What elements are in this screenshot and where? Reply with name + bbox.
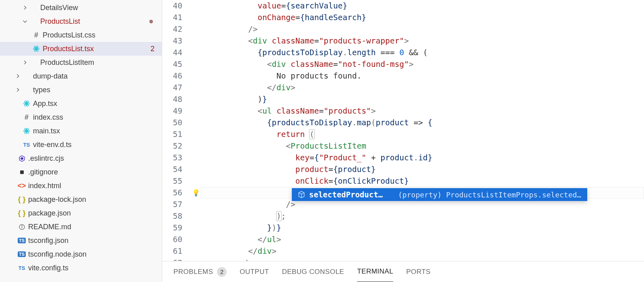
code-line[interactable]: })} [201,222,644,234]
panel-tab-problems[interactable]: PROBLEMS2 [173,261,227,282]
file-label: package.json [28,209,162,218]
code-line[interactable]: <div className="not-found-msg"> [201,58,644,70]
code-line[interactable]: <div className="products-wrapper"> [201,35,644,47]
file-label: package-lock.json [28,195,162,204]
panel-tab-output[interactable]: OUTPUT [239,261,269,282]
line-number: 46 [162,70,182,82]
panel-tab-label: OUTPUT [239,268,269,276]
line-number: 59 [162,222,182,234]
file-tree-item[interactable]: TSvite.config.ts [0,261,162,275]
line-number: 47 [162,82,182,93]
file-tree-item[interactable]: ProductsList [0,15,162,28]
file-tree-item[interactable]: #ProductsList.css [0,28,162,42]
file-label: main.tsx [33,127,162,135]
file-icon: # [22,113,31,122]
line-number: 56 [162,187,182,199]
panel-tabs: PROBLEMS2OUTPUTDEBUG CONSOLETERMINALPORT… [162,261,644,282]
file-tree-item[interactable]: ProductsListItem [0,56,162,69]
file-label: ProductsList [40,17,149,26]
file-icon: <> [17,182,27,190]
code-line[interactable]: return ( [201,129,644,140]
file-label: vite-env.d.ts [33,141,162,149]
file-tree-item[interactable]: ProductsList.tsx2 [0,42,162,56]
file-label: dump-data [33,72,162,81]
code-line[interactable]: value={searchValue} [201,0,644,12]
file-icon [31,45,41,52]
file-tree-item[interactable]: .gitignore [0,165,162,179]
file-icon: { } [17,209,27,218]
panel-tab-label: PROBLEMS [173,268,213,276]
file-label: index.html [28,182,162,190]
line-number: 40 [162,0,182,12]
file-icon [17,169,27,175]
file-tree-item[interactable]: TStsconfig.json [0,234,162,247]
file-label: index.css [33,113,162,122]
code-line[interactable]: <ProductsListItem [201,140,644,152]
line-number: 54 [162,164,182,175]
file-tree-item[interactable]: types [0,83,162,97]
problems-count-badge: 2 [217,267,227,277]
file-label: ProductsListItem [40,58,162,67]
line-number: 41 [162,12,182,23]
line-gutter: 4041424344454647484950515253545556575859… [162,0,191,261]
file-label: tsconfig.json [28,236,162,245]
svg-marker-13 [20,157,23,160]
suggestion-doc: (property) ProductsListItemProps.selecte… [398,191,581,199]
file-tree-item[interactable]: TSvite-env.d.ts [0,138,162,151]
code-line[interactable]: )} [201,93,644,105]
error-badge: 2 [151,45,155,53]
file-tree-item[interactable]: #index.css [0,110,162,124]
file-tree-item[interactable]: .eslintrc.cjs [0,151,162,165]
file-tree-item[interactable]: { }package.json [0,206,162,220]
file-label: .eslintrc.cjs [28,154,162,163]
file-label: types [33,86,162,94]
file-tree-item[interactable]: main.tsx [0,124,162,138]
file-tree-item[interactable]: TStsconfig.node.json [0,247,162,261]
file-tree-item[interactable]: DetailsView [0,1,162,15]
file-label: DetailsView [40,4,162,12]
code-line[interactable]: onChange={handleSearch} [201,12,644,23]
code-line[interactable]: No products found. [201,70,644,82]
line-number: 55 [162,175,182,187]
code-line[interactable]: key={"Product_" + product.id} [201,152,644,164]
code-line[interactable]: /> [201,23,644,35]
file-label: ProductsList.css [43,31,162,39]
chevron-down-icon [21,19,29,24]
file-icon: TS [22,142,31,148]
intellisense-popup[interactable]: selectedProduct… (property) ProductsList… [292,188,587,201]
code-line[interactable]: ); [201,210,644,222]
file-tree-item[interactable]: README.md [0,220,162,234]
panel-tab-terminal[interactable]: TERMINAL [357,261,393,282]
editor: 4041424344454647484950515253545556575859… [162,0,644,282]
code-line[interactable]: <ul className="products"> [201,105,644,117]
code-line[interactable]: {productsToDisplay.length === 0 && ( [201,47,644,58]
code-area[interactable]: 4041424344454647484950515253545556575859… [162,0,644,261]
hint-column: 💡 [191,0,201,261]
panel-tab-label: PORTS [406,268,431,276]
panel-tab-label: TERMINAL [357,267,393,276]
panel-tab-debug-console[interactable]: DEBUG CONSOLE [282,261,344,282]
code-line[interactable]: product={product} [201,164,644,175]
lightbulb-icon[interactable]: 💡 [192,187,200,199]
file-tree-item[interactable]: App.tsx [0,97,162,110]
code-line[interactable]: {productsToDisplay.map(product => { [201,117,644,129]
line-number: 45 [162,58,182,70]
file-tree-item[interactable]: <>index.html [0,179,162,193]
code-line[interactable]: </div> [201,245,644,257]
file-icon: TS [17,238,27,243]
code-line[interactable]: </ul> [201,234,644,245]
file-explorer[interactable]: DetailsViewProductsList#ProductsList.css… [0,0,162,282]
file-tree-item[interactable]: dump-data [0,69,162,83]
code-content[interactable]: value={searchValue} onChange={handleSear… [201,0,644,261]
panel-tab-ports[interactable]: PORTS [406,261,431,282]
file-label: tsconfig.node.json [28,250,162,259]
line-number: 42 [162,23,182,35]
file-tree-item[interactable]: { }package-lock.json [0,193,162,206]
panel-tab-label: DEBUG CONSOLE [282,268,344,276]
code-line[interactable]: onClick={onClickProduct} [201,175,644,187]
code-line[interactable]: </div> [201,82,644,93]
code-line[interactable]: </ [201,257,644,261]
line-number: 50 [162,117,182,129]
svg-point-8 [26,131,27,132]
file-label: App.tsx [33,100,162,108]
